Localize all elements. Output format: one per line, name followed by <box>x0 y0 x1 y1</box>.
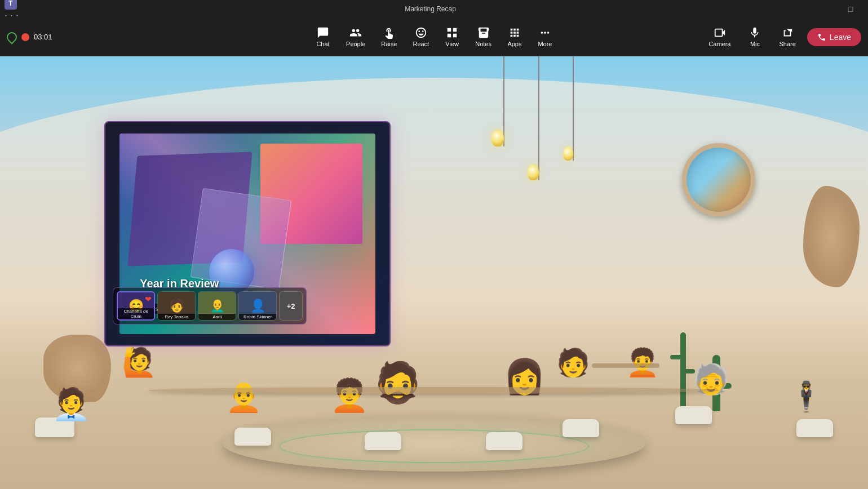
avatar-main-presenter: 🧔 <box>373 363 422 402</box>
raise-icon <box>383 26 395 39</box>
participant-strip: 😊 ❤ Charlotte de Crum 🧑 Ray Tanaka 👨‍🦲 A… <box>113 287 307 324</box>
chat-label: Chat <box>316 41 329 47</box>
light-bulb-1 <box>491 130 504 146</box>
seat-2 <box>234 428 271 446</box>
share-label: Share <box>779 41 795 47</box>
react-label: React <box>413 41 429 47</box>
apps-label: Apps <box>507 41 521 47</box>
raise-label: Raise <box>381 41 397 47</box>
mic-label: Mic <box>750 41 760 47</box>
camera-button[interactable]: Camera <box>702 23 737 51</box>
avatar-center: 🧑‍🦱 <box>330 380 369 411</box>
react-button[interactable]: React <box>406 23 436 51</box>
share-icon <box>781 26 794 39</box>
mic-button[interactable]: Mic <box>742 23 768 51</box>
side-table <box>592 363 659 368</box>
seat-7 <box>563 419 599 437</box>
seat-3 <box>365 432 401 450</box>
participant-heart-0: ❤ <box>145 295 152 304</box>
participant-thumb-2: 👨‍🦲 Aadi <box>198 291 236 321</box>
leave-label: Leave <box>830 33 851 42</box>
light-bulb-3 <box>563 146 573 161</box>
teams-logo: T <box>5 0 17 10</box>
vr-scene: Year in Review Jessica Kline 😊 ❤ Charlot… <box>0 56 868 489</box>
react-icon <box>415 26 427 39</box>
avatar-presenter: 🙋 <box>122 348 157 376</box>
more-button[interactable]: More <box>531 23 559 51</box>
view-icon <box>446 26 458 39</box>
window-title: Marketing Recap <box>405 5 456 13</box>
avatar-blue-hat: 🧑‍💼 <box>52 389 91 420</box>
chat-icon <box>317 26 329 39</box>
notes-button[interactable]: Notes <box>468 23 498 51</box>
camera-icon <box>714 26 726 39</box>
seat-6 <box>675 406 712 424</box>
chat-button[interactable]: Chat <box>309 23 337 51</box>
toolbar-center: Chat People Raise React <box>309 23 559 51</box>
notes-icon <box>477 26 490 39</box>
stage-inner-ring <box>279 429 589 463</box>
more-label: More <box>538 41 552 47</box>
light-wire-1 <box>503 56 504 146</box>
participant-name-3: Robin Skinner <box>239 314 276 320</box>
people-button[interactable]: People <box>339 23 372 51</box>
main-content: Year in Review Jessica Kline 😊 ❤ Charlot… <box>0 56 868 489</box>
people-label: People <box>346 41 365 47</box>
avatar-center-left: 🧑‍🦲 <box>225 382 262 411</box>
light-wire-2 <box>538 56 539 180</box>
leave-icon <box>817 33 826 42</box>
view-button[interactable]: View <box>438 23 466 51</box>
more-icon <box>539 26 551 39</box>
more-participants-badge: +2 <box>279 291 303 321</box>
participant-thumb-1: 🧑 Ray Tanaka <box>157 291 196 321</box>
portal-window <box>682 143 755 216</box>
participant-name-1: Ray Tanaka <box>158 314 195 320</box>
call-timer: 03:01 <box>34 33 52 41</box>
rock-right <box>803 186 860 287</box>
cactus-2 <box>680 332 686 411</box>
view-label: View <box>445 41 459 47</box>
maximize-button[interactable]: □ <box>838 0 863 18</box>
toolbar: 03:01 Chat People Raise <box>0 18 868 56</box>
mic-icon <box>749 26 761 39</box>
avatar-right-1: 🧑 <box>556 349 590 376</box>
participant-thumb-0: 😊 ❤ Charlotte de Crum <box>117 291 155 321</box>
table-arc <box>148 387 720 394</box>
toolbar-right: Camera Mic Share Leave <box>702 23 861 51</box>
participant-name-2: Aadi <box>198 314 236 320</box>
seat-4 <box>486 432 522 450</box>
light-bulb-2 <box>528 165 539 180</box>
camera-label: Camera <box>708 41 730 47</box>
people-icon <box>349 26 362 39</box>
toolbar-left: 03:01 <box>7 32 52 42</box>
raise-button[interactable]: Raise <box>374 23 404 51</box>
apps-icon <box>508 26 521 39</box>
leave-button[interactable]: Leave <box>807 28 861 46</box>
titlebar: T · · · Marketing Recap ─ □ ✕ <box>0 0 868 18</box>
apps-button[interactable]: Apps <box>501 23 529 51</box>
security-icon <box>5 30 19 44</box>
light-wire-3 <box>573 56 574 161</box>
participant-thumb-3: 👤 Robin Skinner <box>238 291 277 321</box>
recording-indicator <box>21 33 29 41</box>
participant-name-0: Charlotte de Crum <box>118 308 154 319</box>
share-button[interactable]: Share <box>772 23 802 51</box>
notes-label: Notes <box>475 41 491 47</box>
seat-5 <box>796 419 833 437</box>
avatar-right-4: 🕴️ <box>788 382 825 411</box>
